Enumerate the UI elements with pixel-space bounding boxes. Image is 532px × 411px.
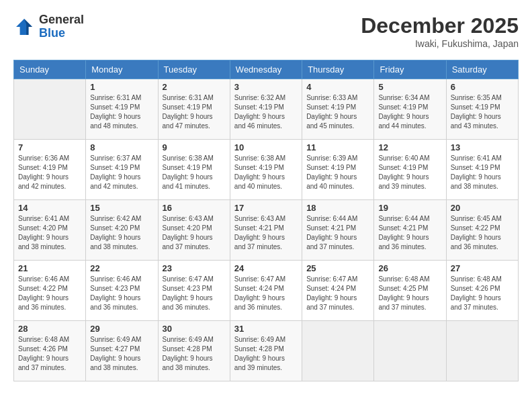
weekday-header-sunday: Sunday <box>14 60 86 79</box>
day-info: Sunrise: 6:43 AMSunset: 4:21 PMDaylight:… <box>234 214 298 252</box>
day-number: 18 <box>306 203 369 213</box>
day-number: 30 <box>163 324 226 334</box>
page-header: General Blue December 2025 Iwaki, Fukush… <box>13 13 519 49</box>
day-info: Sunrise: 6:48 AMSunset: 4:25 PMDaylight:… <box>378 275 441 312</box>
calendar-cell: 24Sunrise: 6:47 AMSunset: 4:24 PMDayligh… <box>230 261 302 321</box>
calendar-cell: 11Sunrise: 6:39 AMSunset: 4:19 PMDayligh… <box>302 140 374 200</box>
calendar-cell: 17Sunrise: 6:43 AMSunset: 4:21 PMDayligh… <box>230 200 302 261</box>
month-title: December 2025 <box>361 13 519 38</box>
day-number: 20 <box>451 203 514 213</box>
day-number: 9 <box>163 142 226 152</box>
week-row-1: 1Sunrise: 6:31 AMSunset: 4:19 PMDaylight… <box>14 79 519 140</box>
week-row-2: 7Sunrise: 6:36 AMSunset: 4:19 PMDaylight… <box>14 140 519 200</box>
day-info: Sunrise: 6:42 AMSunset: 4:20 PMDaylight:… <box>90 214 153 252</box>
logo-icon <box>13 16 35 38</box>
day-info: Sunrise: 6:34 AMSunset: 4:19 PMDaylight:… <box>378 93 441 131</box>
day-info: Sunrise: 6:33 AMSunset: 4:19 PMDaylight:… <box>306 93 369 131</box>
day-number: 3 <box>234 82 298 92</box>
day-number: 1 <box>90 82 153 92</box>
day-number: 17 <box>234 203 298 213</box>
logo-text: General Blue <box>39 13 84 40</box>
day-info: Sunrise: 6:38 AMSunset: 4:19 PMDaylight:… <box>163 154 226 191</box>
day-info: Sunrise: 6:49 AMSunset: 4:28 PMDaylight:… <box>234 335 298 373</box>
day-info: Sunrise: 6:36 AMSunset: 4:19 PMDaylight:… <box>18 154 81 191</box>
weekday-header-friday: Friday <box>374 60 446 79</box>
day-info: Sunrise: 6:48 AMSunset: 4:26 PMDaylight:… <box>18 335 81 373</box>
day-info: Sunrise: 6:39 AMSunset: 4:19 PMDaylight:… <box>306 154 369 191</box>
weekday-header-monday: Monday <box>86 60 158 79</box>
day-info: Sunrise: 6:43 AMSunset: 4:20 PMDaylight:… <box>163 214 226 252</box>
day-info: Sunrise: 6:37 AMSunset: 4:19 PMDaylight:… <box>90 154 153 191</box>
day-info: Sunrise: 6:35 AMSunset: 4:19 PMDaylight:… <box>451 93 514 131</box>
day-number: 28 <box>18 324 81 334</box>
day-info: Sunrise: 6:45 AMSunset: 4:22 PMDaylight:… <box>451 214 514 252</box>
day-info: Sunrise: 6:44 AMSunset: 4:21 PMDaylight:… <box>378 214 441 252</box>
logo: General Blue <box>13 13 84 40</box>
day-number: 4 <box>306 82 369 92</box>
calendar-cell: 5Sunrise: 6:34 AMSunset: 4:19 PMDaylight… <box>374 79 446 140</box>
day-number: 12 <box>378 142 441 152</box>
calendar-cell: 30Sunrise: 6:49 AMSunset: 4:28 PMDayligh… <box>158 321 230 381</box>
calendar-cell: 4Sunrise: 6:33 AMSunset: 4:19 PMDaylight… <box>302 79 374 140</box>
calendar-cell: 29Sunrise: 6:49 AMSunset: 4:27 PMDayligh… <box>86 321 158 381</box>
calendar-cell: 9Sunrise: 6:38 AMSunset: 4:19 PMDaylight… <box>158 140 230 200</box>
day-number: 15 <box>90 203 153 213</box>
day-number: 10 <box>234 142 298 152</box>
day-info: Sunrise: 6:49 AMSunset: 4:27 PMDaylight:… <box>90 335 153 373</box>
day-info: Sunrise: 6:31 AMSunset: 4:19 PMDaylight:… <box>163 93 226 131</box>
location: Iwaki, Fukushima, Japan <box>361 38 519 49</box>
calendar-cell: 8Sunrise: 6:37 AMSunset: 4:19 PMDaylight… <box>86 140 158 200</box>
day-number: 29 <box>90 324 153 334</box>
calendar-cell: 25Sunrise: 6:47 AMSunset: 4:24 PMDayligh… <box>302 261 374 321</box>
day-number: 23 <box>163 263 226 273</box>
calendar-cell: 6Sunrise: 6:35 AMSunset: 4:19 PMDaylight… <box>446 79 518 140</box>
day-info: Sunrise: 6:46 AMSunset: 4:22 PMDaylight:… <box>18 275 81 312</box>
calendar-cell: 20Sunrise: 6:45 AMSunset: 4:22 PMDayligh… <box>446 200 518 261</box>
weekday-header-saturday: Saturday <box>446 60 518 79</box>
calendar-cell: 2Sunrise: 6:31 AMSunset: 4:19 PMDaylight… <box>158 79 230 140</box>
day-number: 7 <box>18 142 81 152</box>
calendar-cell: 14Sunrise: 6:41 AMSunset: 4:20 PMDayligh… <box>14 200 86 261</box>
calendar-cell: 18Sunrise: 6:44 AMSunset: 4:21 PMDayligh… <box>302 200 374 261</box>
calendar-cell: 19Sunrise: 6:44 AMSunset: 4:21 PMDayligh… <box>374 200 446 261</box>
calendar-cell: 27Sunrise: 6:48 AMSunset: 4:26 PMDayligh… <box>446 261 518 321</box>
day-number: 25 <box>306 263 369 273</box>
day-info: Sunrise: 6:47 AMSunset: 4:24 PMDaylight:… <box>234 275 298 312</box>
calendar-cell: 1Sunrise: 6:31 AMSunset: 4:19 PMDaylight… <box>86 79 158 140</box>
day-info: Sunrise: 6:46 AMSunset: 4:23 PMDaylight:… <box>90 275 153 312</box>
weekday-header-wednesday: Wednesday <box>230 60 302 79</box>
day-info: Sunrise: 6:38 AMSunset: 4:19 PMDaylight:… <box>234 154 298 191</box>
weekday-header-thursday: Thursday <box>302 60 374 79</box>
day-number: 11 <box>306 142 369 152</box>
day-info: Sunrise: 6:41 AMSunset: 4:20 PMDaylight:… <box>18 214 81 252</box>
day-number: 26 <box>378 263 441 273</box>
day-info: Sunrise: 6:49 AMSunset: 4:28 PMDaylight:… <box>163 335 226 373</box>
day-info: Sunrise: 6:48 AMSunset: 4:26 PMDaylight:… <box>451 275 514 312</box>
calendar-cell: 28Sunrise: 6:48 AMSunset: 4:26 PMDayligh… <box>14 321 86 381</box>
calendar-cell <box>374 321 446 381</box>
calendar-cell: 16Sunrise: 6:43 AMSunset: 4:20 PMDayligh… <box>158 200 230 261</box>
day-number: 6 <box>451 82 514 92</box>
calendar-cell: 13Sunrise: 6:41 AMSunset: 4:19 PMDayligh… <box>446 140 518 200</box>
logo-general: General <box>39 13 84 26</box>
day-number: 8 <box>90 142 153 152</box>
calendar-cell: 22Sunrise: 6:46 AMSunset: 4:23 PMDayligh… <box>86 261 158 321</box>
day-number: 16 <box>163 203 226 213</box>
day-number: 19 <box>378 203 441 213</box>
calendar-cell <box>14 79 86 140</box>
calendar-cell: 26Sunrise: 6:48 AMSunset: 4:25 PMDayligh… <box>374 261 446 321</box>
day-number: 21 <box>18 263 81 273</box>
calendar-cell: 31Sunrise: 6:49 AMSunset: 4:28 PMDayligh… <box>230 321 302 381</box>
weekday-header-tuesday: Tuesday <box>158 60 230 79</box>
day-number: 27 <box>451 263 514 273</box>
calendar-cell: 15Sunrise: 6:42 AMSunset: 4:20 PMDayligh… <box>86 200 158 261</box>
day-number: 22 <box>90 263 153 273</box>
day-number: 13 <box>451 142 514 152</box>
calendar-cell <box>302 321 374 381</box>
day-number: 14 <box>18 203 81 213</box>
calendar: SundayMondayTuesdayWednesdayThursdayFrid… <box>13 60 519 381</box>
calendar-cell: 3Sunrise: 6:32 AMSunset: 4:19 PMDaylight… <box>230 79 302 140</box>
calendar-cell: 12Sunrise: 6:40 AMSunset: 4:19 PMDayligh… <box>374 140 446 200</box>
calendar-cell: 23Sunrise: 6:47 AMSunset: 4:23 PMDayligh… <box>158 261 230 321</box>
calendar-cell <box>446 321 518 381</box>
